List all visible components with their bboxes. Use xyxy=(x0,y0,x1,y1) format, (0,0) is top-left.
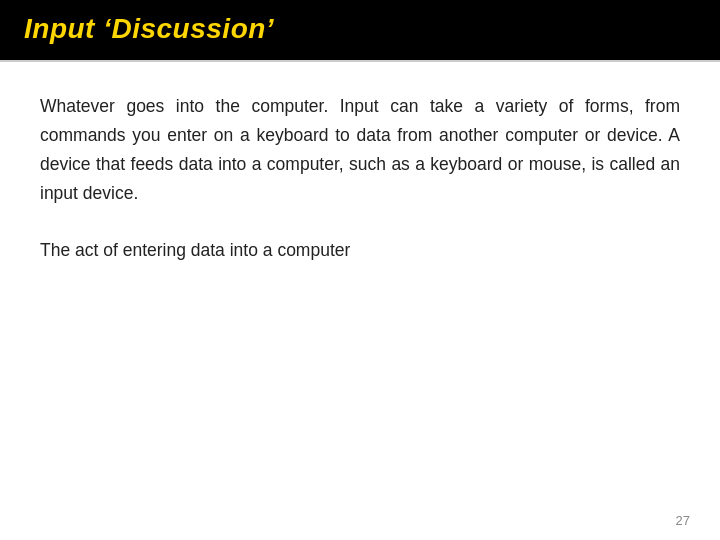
slide-title: Input ‘Discussion’ xyxy=(24,13,274,45)
header-bar: Input ‘Discussion’ xyxy=(0,0,720,60)
paragraph-2: The act of entering data into a computer xyxy=(40,236,680,265)
slide-container: Input ‘Discussion’ Whatever goes into th… xyxy=(0,0,720,540)
page-number: 27 xyxy=(676,513,690,528)
paragraph-1: Whatever goes into the computer. Input c… xyxy=(40,92,680,208)
content-area: Whatever goes into the computer. Input c… xyxy=(0,62,720,513)
slide-footer: 27 xyxy=(0,513,720,540)
